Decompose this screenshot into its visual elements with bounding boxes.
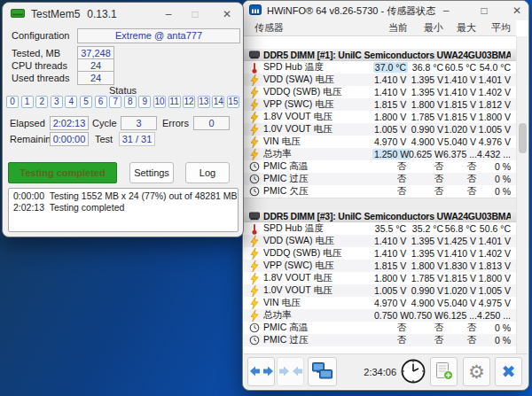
sensor-row[interactable]: VDDQ (SWB) 电压1.410 V1.395 V1.410 V1.402 … (244, 247, 516, 260)
hwinfo-window: HWiNFO® 64 v8.26-5730 - 传感器状态 – □ ✕ 传感器 … (242, 0, 529, 391)
sensor-label: 总功率 (262, 148, 372, 160)
testing-status-button[interactable]: Testing completed (8, 162, 117, 183)
sensor-current: 1.815 V (372, 260, 408, 271)
status-cell: 5 (80, 96, 92, 108)
sensor-max: 1.020 V (443, 285, 476, 296)
hwinfo-title: HWiNFO® 64 v8.26-5730 - 传感器状态 (267, 4, 435, 18)
sensor-label: PMIC 高温 (262, 160, 372, 173)
sensor-current: 1.800 V (372, 273, 408, 283)
column-avg[interactable]: 平均 (476, 21, 511, 35)
sensor-row[interactable]: SPD Hub 温度35.5 °C35.2 °C56.8 °C50.6 °C (244, 222, 516, 235)
scrollbar[interactable] (516, 36, 528, 353)
sensor-current: 1.800 V (372, 112, 408, 122)
close-icon[interactable]: ✕ (214, 4, 240, 24)
minimize-icon[interactable]: – (433, 1, 459, 20)
sensor-row[interactable]: VPP (SWC) 电压1.815 V1.800 V1.830 V1.813 V (244, 260, 516, 272)
column-current[interactable]: 当前 (372, 21, 408, 35)
hwinfo-titlebar[interactable]: HWiNFO® 64 v8.26-5730 - 传感器状态 – □ ✕ (243, 1, 528, 20)
clock-icon (246, 174, 262, 184)
bolt-icon (246, 149, 262, 160)
remote-sensors-button[interactable] (308, 357, 337, 386)
sensor-section-header[interactable]: DDR5 DIMM [#3]: UniIC Semiconductors UWA… (244, 210, 516, 222)
status-cell: 9 (138, 96, 151, 108)
close-icon[interactable]: ✕ (504, 1, 529, 20)
log-button[interactable]: Log (185, 162, 230, 183)
therm-icon (246, 223, 262, 235)
sensor-min: 否 (408, 185, 443, 198)
sensor-avg: 4.432 ... (476, 149, 511, 159)
sensor-row[interactable]: 总功率1.250 W0.625 W6.375 ...4.432 ... (244, 148, 516, 160)
sensor-row[interactable]: PMIC 高温否否否0 % (244, 160, 516, 173)
sensor-label: VDDQ (SWB) 电压 (262, 86, 372, 98)
column-min[interactable]: 最小 (408, 21, 443, 35)
sensor-row[interactable]: VIN 电压4.970 V4.900 V5.040 V4.976 V (244, 136, 516, 148)
sensor-avg: 0 % (476, 335, 511, 346)
sensor-max: 否 (443, 334, 476, 346)
sensor-avg: 1.402 V (476, 87, 511, 97)
sensor-avg: 1.812 V (476, 99, 511, 110)
column-sensor[interactable]: 传感器 (246, 21, 372, 35)
sensor-row[interactable]: PMIC 过压否否否0 % (244, 173, 516, 185)
sensor-current: 否 (372, 185, 408, 198)
sensor-min: 1.395 V (408, 74, 443, 85)
sensor-label: 1.8V VOUT 电压 (262, 272, 372, 284)
bolt-icon (246, 112, 262, 123)
therm-icon (246, 62, 262, 74)
gear-icon: ⚙ (468, 362, 485, 381)
sensor-min: 否 (408, 322, 443, 334)
clock-icon (246, 335, 262, 346)
status-grid: 0123456789101112131415 (6, 96, 239, 108)
minimize-icon[interactable]: – (155, 4, 182, 24)
section-gap (244, 36, 516, 49)
sensor-current: 否 (372, 334, 408, 346)
sensor-max: 1.815 V (443, 99, 476, 110)
sensor-row[interactable]: PMIC 高温否否否0 % (244, 322, 516, 334)
sensor-min: 1.395 V (408, 87, 443, 97)
sensor-row[interactable]: VDD (SWA) 电压1.410 V1.395 V1.425 V1.401 V (244, 235, 516, 247)
sensor-row[interactable]: VPP (SWC) 电压1.815 V1.800 V1.815 V1.812 V (244, 98, 516, 111)
sensor-max: 6.125 ... (443, 310, 476, 321)
maximize-icon[interactable]: □ (182, 4, 208, 24)
maximize-icon[interactable]: □ (471, 1, 497, 20)
expand-all-button[interactable] (247, 357, 275, 386)
sensor-row[interactable]: VDDQ (SWB) 电压1.410 V1.395 V1.410 V1.402 … (244, 86, 516, 98)
sensor-row[interactable]: VDD (SWA) 电压1.410 V1.395 V1.410 V1.401 V (244, 74, 516, 86)
testmem5-window: TestMem5 0.13.1 – □ ✕ Configuration Extr… (2, 2, 244, 237)
sensor-row[interactable]: PMIC 过压否否否0 % (244, 334, 516, 346)
sensor-row[interactable]: 1.0V VOUT 电压1.005 V0.990 V1.020 V1.005 V (244, 123, 516, 136)
log-output[interactable]: 0:00:00 Testing 1552 MB x 24 (77%) out o… (8, 188, 239, 232)
sensor-current: 1.410 V (372, 74, 408, 85)
sensor-avg: 4.976 V (476, 136, 511, 147)
clock-button[interactable] (399, 357, 426, 386)
hwinfo-app-icon (249, 4, 262, 17)
scrollbar-thumb[interactable] (519, 123, 527, 153)
sensor-avg: 1.813 V (476, 260, 511, 271)
sensor-current: 0.750 W (372, 310, 408, 321)
bolt-icon (246, 310, 262, 322)
report-button[interactable] (430, 357, 458, 386)
sensor-row[interactable]: PMIC 欠压否否否0 % (244, 185, 516, 198)
sensor-min: 1.395 V (408, 236, 443, 246)
close-sensors-button[interactable]: ✖ (495, 357, 522, 386)
status-cell: 6 (95, 96, 107, 108)
sensor-section-header[interactable]: DDR5 DIMM [#1]: UniIC Semiconductors UWA… (244, 49, 516, 61)
testmem5-titlebar[interactable]: TestMem5 0.13.1 – □ ✕ (3, 3, 243, 26)
sensor-row[interactable]: 1.8V VOUT 电压1.800 V1.785 V1.815 V1.800 V (244, 272, 516, 284)
sensor-row[interactable]: SPD Hub 温度37.0 °C36.8 °C60.5 °C54.0 °C (244, 61, 516, 74)
sensor-row[interactable]: 1.8V VOUT 电压1.800 V1.785 V1.815 V1.800 V (244, 111, 516, 123)
collapse-all-button[interactable] (277, 357, 304, 386)
status-label: Status (3, 85, 243, 96)
column-max[interactable]: 最大 (443, 21, 476, 35)
sensor-min: 否 (408, 160, 443, 173)
sensor-row[interactable]: VIN 电压4.970 V4.900 V5.040 V4.975 V (244, 297, 516, 309)
sensor-avg: 0 % (476, 161, 511, 172)
settings-button[interactable]: ⚙ (463, 357, 490, 386)
sensor-max: 1.410 V (443, 74, 476, 85)
sensor-row[interactable]: 1.0V VOUT 电压1.005 V0.990 V1.020 V1.005 V (244, 284, 516, 297)
sensor-row[interactable]: 总功率0.750 W0.750 W6.125 ...4.250 ... (244, 309, 516, 322)
clock-icon (246, 161, 262, 172)
sensor-max: 1.815 V (443, 112, 476, 122)
sensor-label: SPD Hub 温度 (262, 61, 372, 74)
settings-button[interactable]: Settings (129, 162, 174, 183)
sensor-avg: 4.975 V (476, 298, 511, 308)
